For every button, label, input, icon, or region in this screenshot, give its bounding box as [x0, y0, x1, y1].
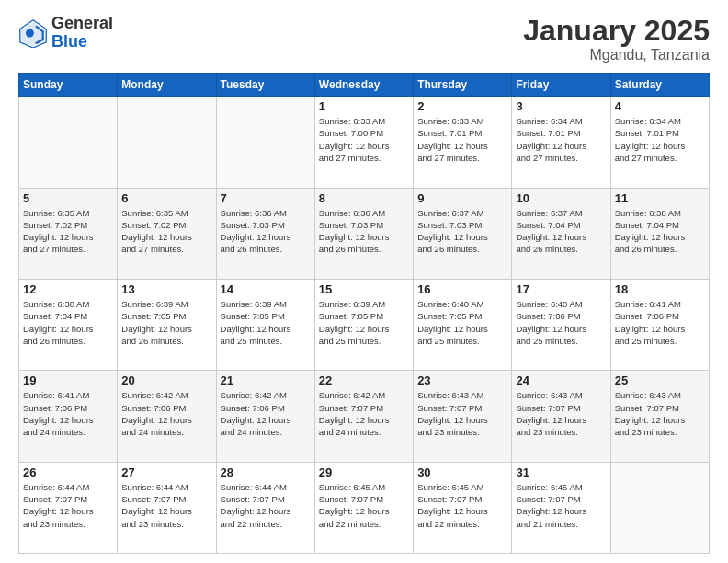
calendar-cell-w4-d1: 20Sunrise: 6:42 AMSunset: 7:06 PMDayligh… — [118, 371, 216, 462]
calendar-table: Sunday Monday Tuesday Wednesday Thursday… — [18, 73, 710, 554]
day-info: Sunrise: 6:34 AMSunset: 7:01 PMDaylight:… — [615, 115, 705, 164]
day-info: Sunrise: 6:38 AMSunset: 7:04 PMDaylight:… — [615, 207, 705, 256]
calendar-cell-w2-d4: 9Sunrise: 6:37 AMSunset: 7:03 PMDaylight… — [414, 188, 512, 279]
day-number: 25 — [615, 373, 705, 387]
calendar-cell-w3-d1: 13Sunrise: 6:39 AMSunset: 7:05 PMDayligh… — [118, 279, 216, 370]
col-monday: Monday — [118, 74, 216, 97]
calendar-header-row: Sunday Monday Tuesday Wednesday Thursday… — [19, 74, 710, 97]
calendar-cell-w5-d3: 29Sunrise: 6:45 AMSunset: 7:07 PMDayligh… — [314, 462, 413, 553]
calendar-cell-w1-d3: 1Sunrise: 6:33 AMSunset: 7:00 PMDaylight… — [314, 97, 413, 188]
day-info: Sunrise: 6:34 AMSunset: 7:01 PMDaylight:… — [516, 115, 606, 164]
col-sunday: Sunday — [19, 74, 118, 97]
calendar-cell-w4-d6: 25Sunrise: 6:43 AMSunset: 7:07 PMDayligh… — [610, 371, 709, 462]
calendar-cell-w3-d2: 14Sunrise: 6:39 AMSunset: 7:05 PMDayligh… — [216, 279, 314, 370]
col-wednesday: Wednesday — [314, 74, 413, 97]
title-month: January 2025 — [523, 15, 710, 47]
day-number: 8 — [319, 191, 409, 205]
day-number: 29 — [319, 465, 409, 479]
calendar-cell-w4-d2: 21Sunrise: 6:42 AMSunset: 7:06 PMDayligh… — [216, 371, 314, 462]
day-number: 12 — [23, 282, 113, 296]
logo-icon — [18, 18, 48, 48]
day-info: Sunrise: 6:42 AMSunset: 7:06 PMDaylight:… — [221, 389, 311, 438]
day-info: Sunrise: 6:36 AMSunset: 7:03 PMDaylight:… — [319, 207, 409, 256]
day-number: 4 — [615, 99, 705, 113]
day-number: 17 — [516, 282, 606, 296]
day-info: Sunrise: 6:39 AMSunset: 7:05 PMDaylight:… — [121, 298, 211, 347]
calendar-cell-w3-d0: 12Sunrise: 6:38 AMSunset: 7:04 PMDayligh… — [19, 279, 118, 370]
day-number: 24 — [516, 373, 606, 387]
calendar-cell-w2-d6: 11Sunrise: 6:38 AMSunset: 7:04 PMDayligh… — [610, 188, 709, 279]
day-number: 10 — [516, 191, 606, 205]
calendar-cell-w3-d6: 18Sunrise: 6:41 AMSunset: 7:06 PMDayligh… — [610, 279, 709, 370]
col-friday: Friday — [512, 74, 610, 97]
calendar-cell-w4-d5: 24Sunrise: 6:43 AMSunset: 7:07 PMDayligh… — [512, 371, 610, 462]
day-info: Sunrise: 6:43 AMSunset: 7:07 PMDaylight:… — [615, 389, 705, 438]
calendar-cell-w1-d5: 3Sunrise: 6:34 AMSunset: 7:01 PMDaylight… — [512, 97, 610, 188]
day-number: 16 — [417, 282, 507, 296]
calendar-cell-w5-d2: 28Sunrise: 6:44 AMSunset: 7:07 PMDayligh… — [216, 462, 314, 553]
calendar-cell-w5-d0: 26Sunrise: 6:44 AMSunset: 7:07 PMDayligh… — [19, 462, 118, 553]
day-info: Sunrise: 6:37 AMSunset: 7:03 PMDaylight:… — [417, 207, 507, 256]
calendar-cell-w5-d6 — [610, 462, 709, 553]
day-info: Sunrise: 6:33 AMSunset: 7:00 PMDaylight:… — [319, 115, 409, 164]
day-number: 27 — [121, 465, 211, 479]
day-number: 9 — [417, 191, 507, 205]
calendar-cell-w1-d0 — [19, 97, 118, 188]
calendar-week-5: 26Sunrise: 6:44 AMSunset: 7:07 PMDayligh… — [19, 462, 710, 553]
calendar-cell-w3-d3: 15Sunrise: 6:39 AMSunset: 7:05 PMDayligh… — [314, 279, 413, 370]
day-info: Sunrise: 6:35 AMSunset: 7:02 PMDaylight:… — [23, 207, 113, 256]
title-block: January 2025 Mgandu, Tanzania — [523, 15, 710, 63]
calendar-cell-w1-d1 — [118, 97, 216, 188]
calendar-cell-w5-d5: 31Sunrise: 6:45 AMSunset: 7:07 PMDayligh… — [512, 462, 610, 553]
day-info: Sunrise: 6:38 AMSunset: 7:04 PMDaylight:… — [23, 298, 113, 347]
day-number: 21 — [221, 373, 311, 387]
calendar-cell-w1-d4: 2Sunrise: 6:33 AMSunset: 7:01 PMDaylight… — [414, 97, 512, 188]
calendar-cell-w2-d0: 5Sunrise: 6:35 AMSunset: 7:02 PMDaylight… — [19, 188, 118, 279]
calendar-cell-w5-d1: 27Sunrise: 6:44 AMSunset: 7:07 PMDayligh… — [118, 462, 216, 553]
day-number: 15 — [319, 282, 409, 296]
day-info: Sunrise: 6:44 AMSunset: 7:07 PMDaylight:… — [121, 481, 211, 530]
day-number: 13 — [121, 282, 211, 296]
logo-blue-text: Blue — [51, 32, 87, 51]
title-location: Mgandu, Tanzania — [523, 47, 710, 63]
day-info: Sunrise: 6:37 AMSunset: 7:04 PMDaylight:… — [516, 207, 606, 256]
day-number: 28 — [221, 465, 311, 479]
day-info: Sunrise: 6:45 AMSunset: 7:07 PMDaylight:… — [417, 481, 507, 530]
day-info: Sunrise: 6:41 AMSunset: 7:06 PMDaylight:… — [23, 389, 113, 438]
svg-point-2 — [26, 29, 34, 37]
day-info: Sunrise: 6:39 AMSunset: 7:05 PMDaylight:… — [319, 298, 409, 347]
day-info: Sunrise: 6:43 AMSunset: 7:07 PMDaylight:… — [516, 389, 606, 438]
calendar-cell-w2-d3: 8Sunrise: 6:36 AMSunset: 7:03 PMDaylight… — [314, 188, 413, 279]
day-number: 30 — [417, 465, 507, 479]
calendar-cell-w5-d4: 30Sunrise: 6:45 AMSunset: 7:07 PMDayligh… — [414, 462, 512, 553]
page: General Blue January 2025 Mgandu, Tanzan… — [0, 0, 728, 563]
col-saturday: Saturday — [610, 74, 709, 97]
day-info: Sunrise: 6:42 AMSunset: 7:06 PMDaylight:… — [121, 389, 211, 438]
calendar-cell-w3-d5: 17Sunrise: 6:40 AMSunset: 7:06 PMDayligh… — [512, 279, 610, 370]
day-number: 31 — [516, 465, 606, 479]
day-info: Sunrise: 6:42 AMSunset: 7:07 PMDaylight:… — [319, 389, 409, 438]
logo: General Blue — [18, 15, 113, 52]
day-info: Sunrise: 6:40 AMSunset: 7:05 PMDaylight:… — [417, 298, 507, 347]
day-number: 26 — [23, 465, 113, 479]
day-info: Sunrise: 6:44 AMSunset: 7:07 PMDaylight:… — [23, 481, 113, 530]
day-info: Sunrise: 6:41 AMSunset: 7:06 PMDaylight:… — [615, 298, 705, 347]
day-number: 14 — [221, 282, 311, 296]
day-info: Sunrise: 6:44 AMSunset: 7:07 PMDaylight:… — [221, 481, 311, 530]
header: General Blue January 2025 Mgandu, Tanzan… — [18, 15, 710, 63]
day-info: Sunrise: 6:33 AMSunset: 7:01 PMDaylight:… — [417, 115, 507, 164]
day-number: 2 — [417, 99, 507, 113]
calendar-cell-w2-d1: 6Sunrise: 6:35 AMSunset: 7:02 PMDaylight… — [118, 188, 216, 279]
day-number: 6 — [121, 191, 211, 205]
calendar-week-3: 12Sunrise: 6:38 AMSunset: 7:04 PMDayligh… — [19, 279, 710, 370]
day-info: Sunrise: 6:35 AMSunset: 7:02 PMDaylight:… — [121, 207, 211, 256]
col-tuesday: Tuesday — [216, 74, 314, 97]
day-number: 11 — [615, 191, 705, 205]
calendar-cell-w4-d4: 23Sunrise: 6:43 AMSunset: 7:07 PMDayligh… — [414, 371, 512, 462]
day-number: 22 — [319, 373, 409, 387]
day-number: 18 — [615, 282, 705, 296]
calendar-cell-w2-d2: 7Sunrise: 6:36 AMSunset: 7:03 PMDaylight… — [216, 188, 314, 279]
calendar-cell-w4-d0: 19Sunrise: 6:41 AMSunset: 7:06 PMDayligh… — [19, 371, 118, 462]
day-number: 5 — [23, 191, 113, 205]
calendar-cell-w4-d3: 22Sunrise: 6:42 AMSunset: 7:07 PMDayligh… — [314, 371, 413, 462]
